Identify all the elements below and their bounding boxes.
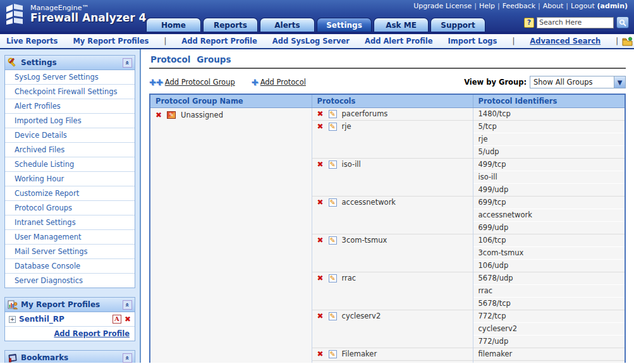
- product-name: Firewall Analyzer 4: [30, 12, 146, 24]
- protocol-identifier-cell: 5678/tcp: [473, 298, 625, 310]
- header-link-logout[interactable]: Logout: [571, 2, 595, 10]
- tab-home[interactable]: Home: [146, 18, 201, 32]
- protocol-cell: ✖✎rrac: [312, 272, 473, 310]
- add-protocol-button[interactable]: ✚ Add Protocol: [252, 78, 306, 87]
- edit-protocol-icon[interactable]: ✎: [329, 312, 337, 320]
- protocol-cell: ✖✎iso-ill: [312, 159, 473, 197]
- search-input[interactable]: [537, 17, 614, 28]
- separator: |: [497, 2, 500, 10]
- view-by-group-select[interactable]: Show All Groups ▼: [530, 76, 626, 88]
- subnav-advanced-search[interactable]: Advanced Search: [530, 37, 600, 46]
- sidebar-item-database-console[interactable]: Database Console: [5, 258, 135, 273]
- bookmarks-panel-header: Bookmarks «: [5, 351, 135, 363]
- delete-group-icon[interactable]: ✖: [155, 111, 162, 119]
- protocol-identifier: rrac: [479, 286, 493, 295]
- delete-protocol-icon[interactable]: ✖: [317, 198, 324, 206]
- sidebar-item-protocol-groups[interactable]: Protocol Groups: [5, 200, 135, 215]
- header-link-help[interactable]: Help: [479, 2, 495, 10]
- subnav-import-logs[interactable]: Import Logs: [448, 37, 497, 46]
- protocol-cell: ✖✎rje: [312, 121, 473, 159]
- tab-settings[interactable]: Settings: [317, 18, 372, 32]
- tab-ask-me[interactable]: Ask ME: [374, 18, 429, 32]
- col-protocol-group-name: Protocol Group Name: [150, 95, 312, 108]
- protocol-identifier: 5678/udp: [479, 274, 513, 282]
- delete-profile-icon[interactable]: ✖: [125, 315, 131, 323]
- secondary-nav-links: Live ReportsMy Report Profiles|Add Repor…: [6, 37, 618, 46]
- edit-protocol-icon[interactable]: ✎: [329, 123, 337, 131]
- subnav-add-alert-profile[interactable]: Add Alert Profile: [365, 37, 432, 46]
- edit-protocol-icon[interactable]: ✎: [329, 363, 337, 363]
- logged-in-user: (admin): [595, 2, 628, 10]
- separator: |: [512, 37, 515, 46]
- protocol-name: rje: [342, 122, 351, 131]
- edit-group-icon[interactable]: ✎: [167, 111, 176, 119]
- title-rule: [149, 68, 626, 69]
- separator: |: [538, 2, 540, 10]
- help-icon[interactable]: ?: [524, 18, 534, 28]
- edit-protocol-icon[interactable]: ✎: [329, 274, 337, 282]
- subnav-my-report-profiles[interactable]: My Report Profiles: [73, 37, 149, 46]
- subnav-add-syslog-server[interactable]: Add SysLog Server: [272, 37, 350, 46]
- app-logo: ManageEngine™ Firewall Analyzer 4: [4, 2, 146, 26]
- app-header: ManageEngine™ Firewall Analyzer 4 Upgrad…: [0, 0, 634, 32]
- sidebar-item-server-diagnostics[interactable]: Server Diagnostics: [5, 273, 135, 288]
- delete-protocol-icon[interactable]: ✖: [317, 350, 324, 358]
- add-protocol-group-button[interactable]: ✚✚ Add Protocol Group: [149, 78, 235, 87]
- protocol-identifier: 5/tcp: [479, 122, 497, 131]
- sidebar-item-intranet-settings[interactable]: Intranet Settings: [5, 215, 135, 229]
- protocol-identifier-cell: 1480/tcp: [473, 108, 625, 121]
- protocol-identifier-cell: 5/tcp: [473, 121, 625, 133]
- protocol-name: accessnetwork: [342, 198, 396, 207]
- header-link-feedback[interactable]: Feedback: [503, 2, 535, 10]
- add-report-profile-link[interactable]: Add Report Profile: [54, 329, 130, 338]
- search-button[interactable]: [616, 16, 629, 28]
- protocol-name: rrac: [342, 274, 357, 282]
- tab-support[interactable]: Support: [430, 18, 485, 32]
- protocol-identifier: 106/udp: [479, 261, 509, 270]
- expand-profile-icon[interactable]: +: [9, 316, 16, 323]
- edit-protocol-icon[interactable]: ✎: [329, 110, 337, 118]
- delete-protocol-icon[interactable]: ✖: [317, 274, 324, 282]
- sidebar-item-alert-profiles[interactable]: Alert Profiles: [5, 99, 135, 113]
- chevron-down-icon: ▼: [614, 76, 625, 88]
- header-link-upgrade-license[interactable]: Upgrade License: [413, 2, 472, 10]
- protocol-identifier: 172/tcp: [479, 362, 506, 363]
- subnav-add-report-profile[interactable]: Add Report Profile: [181, 37, 257, 46]
- sidebar-item-mail-server-settings[interactable]: Mail Server Settings: [5, 244, 135, 258]
- sidebar-item-working-hour[interactable]: Working Hour: [5, 171, 135, 186]
- sidebar-item-checkpoint-firewall-settings[interactable]: Checkpoint Firewall Settings: [5, 84, 135, 99]
- edit-protocol-icon[interactable]: ✎: [329, 236, 337, 245]
- delete-protocol-icon[interactable]: ✖: [317, 161, 324, 168]
- protocol-identifier-cell: 772/tcp: [473, 310, 625, 323]
- subnav-live-reports[interactable]: Live Reports: [6, 37, 58, 46]
- sidebar-item-schedule-listing[interactable]: Schedule Listing: [5, 157, 135, 171]
- protocol-identifier: filemaker: [479, 349, 513, 358]
- delete-protocol-icon[interactable]: ✖: [317, 312, 324, 320]
- tab-alerts[interactable]: Alerts: [260, 18, 315, 32]
- delete-protocol-icon[interactable]: ✖: [317, 236, 324, 244]
- edit-protocol-icon[interactable]: ✎: [329, 161, 337, 169]
- protocol-identifier-cell: 699/tcp: [473, 197, 625, 209]
- protocol-identifier: rje: [479, 135, 488, 143]
- sidebar-item-user-management[interactable]: User Management: [5, 229, 135, 244]
- collapse-settings-button[interactable]: «: [123, 58, 132, 68]
- tab-reports[interactable]: Reports: [203, 18, 258, 32]
- table-row: ✖✎Unassigned✖✎pacerforums1480/tcp: [150, 108, 625, 121]
- sidebar-item-customize-report[interactable]: Customize Report: [5, 186, 135, 200]
- collapse-report-profiles-button[interactable]: «: [123, 300, 132, 310]
- delete-protocol-icon[interactable]: ✖: [317, 110, 324, 118]
- sidebar: Settings « SysLog Server SettingsCheckpo…: [0, 49, 141, 363]
- collapse-bookmarks-button[interactable]: «: [123, 353, 132, 363]
- delete-protocol-icon[interactable]: ✖: [317, 123, 324, 130]
- mail-folder-icon[interactable]: [622, 37, 633, 46]
- header-link-about[interactable]: About: [543, 2, 564, 10]
- edit-protocol-icon[interactable]: ✎: [329, 198, 337, 207]
- pdf-icon[interactable]: [113, 315, 121, 324]
- sidebar-item-device-details[interactable]: Device Details: [5, 128, 135, 142]
- sidebar-item-imported-log-files[interactable]: Imported Log Files: [5, 113, 135, 128]
- main-tabs: HomeReportsAlertsSettingsAsk MESupport: [146, 18, 485, 32]
- sidebar-item-archived-files[interactable]: Archived Files: [5, 142, 135, 157]
- report-profile-name[interactable]: Senthil_RP: [19, 315, 109, 324]
- sidebar-item-syslog-server-settings[interactable]: SysLog Server Settings: [5, 70, 135, 84]
- edit-protocol-icon[interactable]: ✎: [329, 350, 337, 358]
